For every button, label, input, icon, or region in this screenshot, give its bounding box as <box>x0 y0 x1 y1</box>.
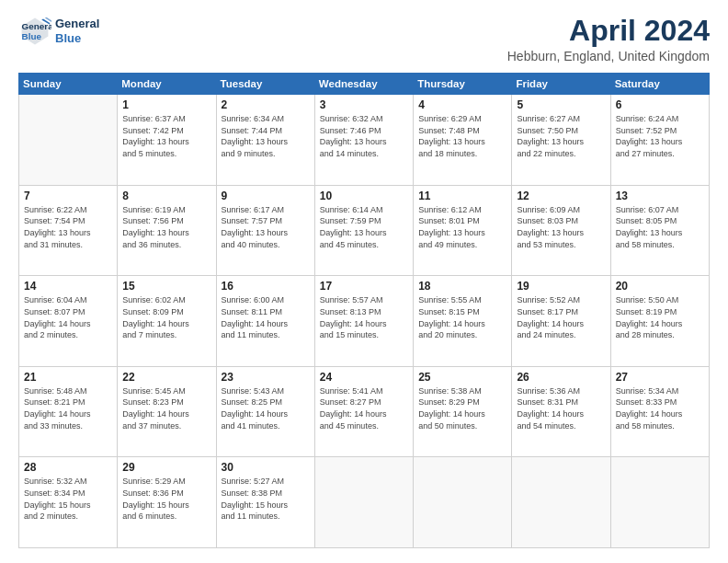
calendar-header-monday: Monday <box>118 74 216 95</box>
calendar-header-saturday: Saturday <box>610 74 709 95</box>
calendar-cell: 22Sunrise: 5:45 AM Sunset: 8:23 PM Dayli… <box>118 366 216 457</box>
location: Hebburn, England, United Kingdom <box>507 49 710 63</box>
cell-info: Sunrise: 5:36 AM Sunset: 8:31 PM Dayligh… <box>517 385 605 431</box>
calendar-cell: 1Sunrise: 6:37 AM Sunset: 7:42 PM Daylig… <box>118 95 216 186</box>
day-number: 12 <box>517 190 605 202</box>
cell-info: Sunrise: 6:17 AM Sunset: 7:57 PM Dayligh… <box>222 204 310 250</box>
day-number: 16 <box>222 280 310 293</box>
day-number: 14 <box>24 280 112 293</box>
calendar-cell: 30Sunrise: 5:27 AM Sunset: 8:38 PM Dayli… <box>216 457 314 548</box>
calendar-cell: 27Sunrise: 5:34 AM Sunset: 8:33 PM Dayli… <box>610 366 709 457</box>
cell-info: Sunrise: 6:04 AM Sunset: 8:07 PM Dayligh… <box>24 294 112 340</box>
logo: General Blue General Blue <box>18 15 99 48</box>
logo-text-blue: Blue <box>55 31 99 46</box>
calendar-week-4: 21Sunrise: 5:48 AM Sunset: 8:21 PM Dayli… <box>19 366 710 457</box>
cell-info: Sunrise: 5:43 AM Sunset: 8:25 PM Dayligh… <box>222 385 310 431</box>
cell-info: Sunrise: 6:02 AM Sunset: 8:09 PM Dayligh… <box>122 294 210 340</box>
cell-info: Sunrise: 6:12 AM Sunset: 8:01 PM Dayligh… <box>418 204 506 250</box>
cell-info: Sunrise: 5:41 AM Sunset: 8:27 PM Dayligh… <box>320 385 408 431</box>
calendar-cell: 17Sunrise: 5:57 AM Sunset: 8:13 PM Dayli… <box>314 276 413 367</box>
day-number: 7 <box>24 190 112 202</box>
day-number: 3 <box>320 98 408 111</box>
calendar-week-5: 28Sunrise: 5:32 AM Sunset: 8:34 PM Dayli… <box>19 457 710 548</box>
cell-info: Sunrise: 5:50 AM Sunset: 8:19 PM Dayligh… <box>616 294 704 340</box>
cell-info: Sunrise: 5:34 AM Sunset: 8:33 PM Dayligh… <box>616 385 704 431</box>
calendar-cell: 3Sunrise: 6:32 AM Sunset: 7:46 PM Daylig… <box>314 95 413 186</box>
calendar-cell: 14Sunrise: 6:04 AM Sunset: 8:07 PM Dayli… <box>19 276 118 367</box>
cell-info: Sunrise: 6:07 AM Sunset: 8:05 PM Dayligh… <box>616 204 704 250</box>
day-number: 20 <box>616 280 704 293</box>
day-number: 5 <box>517 98 605 111</box>
day-number: 23 <box>222 371 310 384</box>
page: General Blue General Blue April 2024 Heb… <box>0 0 728 563</box>
cell-info: Sunrise: 6:19 AM Sunset: 7:56 PM Dayligh… <box>122 204 210 250</box>
cell-info: Sunrise: 6:37 AM Sunset: 7:42 PM Dayligh… <box>122 113 210 159</box>
calendar-header-row: SundayMondayTuesdayWednesdayThursdayFrid… <box>19 74 710 95</box>
cell-info: Sunrise: 5:29 AM Sunset: 8:36 PM Dayligh… <box>122 476 210 522</box>
cell-info: Sunrise: 6:34 AM Sunset: 7:44 PM Dayligh… <box>222 113 310 159</box>
day-number: 11 <box>418 190 506 202</box>
calendar-cell: 29Sunrise: 5:29 AM Sunset: 8:36 PM Dayli… <box>118 457 216 548</box>
cell-info: Sunrise: 6:29 AM Sunset: 7:48 PM Dayligh… <box>418 113 506 159</box>
logo-icon: General Blue <box>18 15 51 48</box>
svg-text:Blue: Blue <box>22 31 42 41</box>
cell-info: Sunrise: 6:27 AM Sunset: 7:50 PM Dayligh… <box>517 113 605 159</box>
day-number: 27 <box>616 371 704 384</box>
day-number: 2 <box>222 98 310 111</box>
day-number: 4 <box>418 98 506 111</box>
calendar-cell: 4Sunrise: 6:29 AM Sunset: 7:48 PM Daylig… <box>414 95 512 186</box>
calendar-week-1: 1Sunrise: 6:37 AM Sunset: 7:42 PM Daylig… <box>19 95 710 186</box>
cell-info: Sunrise: 5:52 AM Sunset: 8:17 PM Dayligh… <box>517 294 605 340</box>
day-number: 28 <box>24 461 112 474</box>
calendar-cell: 21Sunrise: 5:48 AM Sunset: 8:21 PM Dayli… <box>19 366 118 457</box>
cell-info: Sunrise: 5:48 AM Sunset: 8:21 PM Dayligh… <box>24 385 112 431</box>
calendar-cell: 25Sunrise: 5:38 AM Sunset: 8:29 PM Dayli… <box>414 366 512 457</box>
calendar-cell: 20Sunrise: 5:50 AM Sunset: 8:19 PM Dayli… <box>610 276 709 367</box>
calendar-cell <box>610 457 709 548</box>
cell-info: Sunrise: 5:57 AM Sunset: 8:13 PM Dayligh… <box>320 294 408 340</box>
day-number: 29 <box>122 461 210 474</box>
calendar-cell: 16Sunrise: 6:00 AM Sunset: 8:11 PM Dayli… <box>216 276 314 367</box>
day-number: 24 <box>320 371 408 384</box>
cell-info: Sunrise: 6:32 AM Sunset: 7:46 PM Dayligh… <box>320 113 408 159</box>
cell-info: Sunrise: 6:00 AM Sunset: 8:11 PM Dayligh… <box>222 294 310 340</box>
day-number: 8 <box>122 190 210 202</box>
day-number: 22 <box>122 371 210 384</box>
logo-text-general: General <box>55 17 99 31</box>
day-number: 13 <box>616 190 704 202</box>
calendar-cell: 18Sunrise: 5:55 AM Sunset: 8:15 PM Dayli… <box>414 276 512 367</box>
calendar-cell: 7Sunrise: 6:22 AM Sunset: 7:54 PM Daylig… <box>19 185 118 276</box>
calendar-cell: 2Sunrise: 6:34 AM Sunset: 7:44 PM Daylig… <box>216 95 314 186</box>
calendar-cell: 9Sunrise: 6:17 AM Sunset: 7:57 PM Daylig… <box>216 185 314 276</box>
cell-info: Sunrise: 6:22 AM Sunset: 7:54 PM Dayligh… <box>24 204 112 250</box>
calendar-cell <box>512 457 610 548</box>
day-number: 18 <box>418 280 506 293</box>
calendar-cell: 23Sunrise: 5:43 AM Sunset: 8:25 PM Dayli… <box>216 366 314 457</box>
calendar-cell: 11Sunrise: 6:12 AM Sunset: 8:01 PM Dayli… <box>414 185 512 276</box>
cell-info: Sunrise: 5:45 AM Sunset: 8:23 PM Dayligh… <box>122 385 210 431</box>
calendar-cell: 10Sunrise: 6:14 AM Sunset: 7:59 PM Dayli… <box>314 185 413 276</box>
calendar-cell: 26Sunrise: 5:36 AM Sunset: 8:31 PM Dayli… <box>512 366 610 457</box>
day-number: 6 <box>616 98 704 111</box>
cell-info: Sunrise: 5:27 AM Sunset: 8:38 PM Dayligh… <box>222 476 310 522</box>
calendar-table: SundayMondayTuesdayWednesdayThursdayFrid… <box>18 73 710 548</box>
calendar-week-3: 14Sunrise: 6:04 AM Sunset: 8:07 PM Dayli… <box>19 276 710 367</box>
calendar-header-sunday: Sunday <box>19 74 118 95</box>
day-number: 25 <box>418 371 506 384</box>
calendar-cell: 8Sunrise: 6:19 AM Sunset: 7:56 PM Daylig… <box>118 185 216 276</box>
calendar-cell <box>19 95 118 186</box>
calendar-cell: 24Sunrise: 5:41 AM Sunset: 8:27 PM Dayli… <box>314 366 413 457</box>
cell-info: Sunrise: 5:38 AM Sunset: 8:29 PM Dayligh… <box>418 385 506 431</box>
month-title: April 2024 <box>507 15 710 47</box>
calendar-cell: 5Sunrise: 6:27 AM Sunset: 7:50 PM Daylig… <box>512 95 610 186</box>
title-section: April 2024 Hebburn, England, United King… <box>507 15 710 63</box>
calendar-cell: 19Sunrise: 5:52 AM Sunset: 8:17 PM Dayli… <box>512 276 610 367</box>
calendar-cell: 6Sunrise: 6:24 AM Sunset: 7:52 PM Daylig… <box>610 95 709 186</box>
cell-info: Sunrise: 6:09 AM Sunset: 8:03 PM Dayligh… <box>517 204 605 250</box>
day-number: 30 <box>222 461 310 474</box>
header: General Blue General Blue April 2024 Heb… <box>18 15 710 63</box>
calendar-header-thursday: Thursday <box>414 74 512 95</box>
calendar-cell: 28Sunrise: 5:32 AM Sunset: 8:34 PM Dayli… <box>19 457 118 548</box>
calendar-header-friday: Friday <box>512 74 610 95</box>
calendar-cell: 13Sunrise: 6:07 AM Sunset: 8:05 PM Dayli… <box>610 185 709 276</box>
